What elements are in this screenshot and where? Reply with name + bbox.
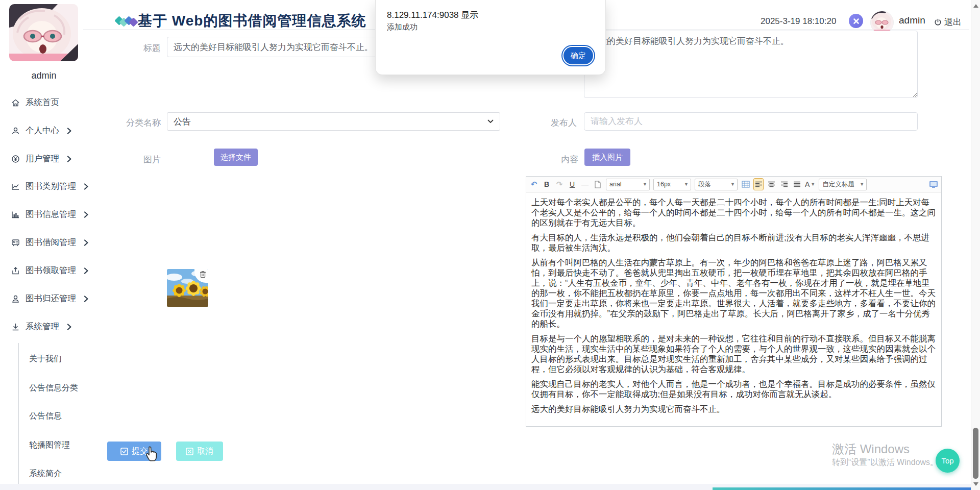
editor-paragraph: 从前有个叫阿巴格的人生活在内蒙古草原上。有一次，年少的阿巴格和爸爸在草原上迷了路… — [531, 257, 936, 329]
sidebar-subitem-carousel[interactable]: 轮播图管理 — [29, 439, 70, 451]
sidebar-item-book-borrow[interactable]: 图书借阅管理 — [11, 236, 88, 249]
choose-file-button[interactable]: 选择文件 — [214, 149, 258, 166]
datetime-text: 2025-3-19 18:10:20 — [761, 16, 836, 27]
title-label: 标题 — [100, 42, 161, 54]
sidebar-item-label: 图书借阅管理 — [26, 237, 76, 248]
underline-button[interactable]: U — [568, 179, 577, 190]
chevron-right-icon — [84, 211, 88, 218]
sidebar-item-system-management[interactable]: 系统管理 — [11, 320, 71, 333]
category-selected-value: 公告 — [174, 116, 191, 128]
sidebar-item-label: 图书信息管理 — [26, 209, 76, 220]
activate-windows-text: 激活 Windows — [832, 441, 910, 457]
category-select[interactable]: 公告 — [167, 112, 500, 131]
custom-heading-select[interactable]: 自定义标题▼ — [819, 179, 867, 190]
chevron-right-icon — [84, 267, 88, 274]
submit-button[interactable]: 提交 — [107, 442, 161, 461]
sidebar-item-book-pickup[interactable]: 图书领取管理 — [11, 264, 88, 277]
logout-button[interactable]: 退出 — [934, 16, 962, 28]
page-scrollbar[interactable] — [971, 0, 980, 490]
page-icon[interactable] — [593, 179, 602, 190]
activate-windows-subtext: 转到“设置”以激活 Windows。 — [832, 457, 938, 468]
page-title: 基于 Web的图书借阅管理信息系统 — [138, 11, 366, 31]
sidebar-subitem-about-us[interactable]: 关于我们 — [29, 353, 62, 365]
chevron-right-icon — [84, 296, 88, 302]
undo-icon[interactable]: ↶ — [529, 179, 538, 190]
scrollbar-thumb[interactable] — [973, 428, 978, 479]
bold-button[interactable]: B — [542, 179, 551, 190]
chevron-right-icon — [67, 128, 71, 134]
bottom-accent-bar — [713, 487, 971, 490]
font-family-select[interactable]: arial▼ — [606, 179, 650, 190]
scrollbar-up-arrow[interactable] — [973, 4, 978, 8]
chevron-down-icon: ▼ — [860, 182, 864, 187]
content-label: 内容 — [517, 154, 578, 165]
trash-icon — [200, 271, 206, 278]
font-size-value: 16px — [657, 181, 671, 188]
sidebar-item-label: 系统首页 — [26, 97, 59, 108]
fullscreen-editor-icon[interactable] — [929, 179, 938, 190]
sidebar-item-label: 图书类别管理 — [26, 181, 76, 192]
id-card-icon — [11, 238, 20, 247]
sidebar-item-personal-center[interactable]: 个人中心 — [11, 124, 71, 137]
cancel-button[interactable]: 取消 — [176, 442, 223, 461]
cancel-label: 取消 — [197, 446, 213, 457]
fullscreen-button[interactable] — [849, 14, 863, 28]
line-chart-icon — [11, 182, 20, 191]
align-center-button[interactable] — [767, 179, 776, 190]
sidebar-item-label: 用户管理 — [26, 153, 59, 164]
share-box-icon — [11, 266, 20, 275]
sidebar-subitem-announcement-info[interactable]: 公告信息 — [29, 410, 62, 422]
sidebar-subitem-system-intro[interactable]: 系统简介 — [29, 468, 62, 480]
sidebar-subitem-announcement-category[interactable]: 公告信息分类 — [29, 382, 78, 394]
align-justify-button[interactable] — [792, 179, 801, 190]
editor-content[interactable]: 上天对每个老实人都是公平的，每个人每一天都是二十四个小时，每个人的所有时间都是一… — [526, 192, 941, 431]
download-icon — [11, 323, 20, 331]
sidebar-item-book-category[interactable]: 图书类别管理 — [11, 180, 88, 193]
alert-source-text: 8.129.11.174:9038 显示 — [387, 9, 478, 21]
font-size-select[interactable]: 16px▼ — [653, 179, 691, 190]
font-color-a: A — [805, 180, 810, 188]
redo-icon[interactable]: ↷ — [555, 179, 564, 190]
scrollbar-down-arrow[interactable] — [973, 482, 978, 486]
editor-paragraph: 目标是与一个人的愿望相联系的，是对未来的一种设想，它往往和目前的行动不直接联系。… — [531, 333, 936, 374]
power-icon — [934, 18, 942, 26]
bar-chart-icon — [11, 210, 20, 219]
custom-heading-value: 自定义标题 — [822, 180, 854, 189]
uploaded-image-thumbnail — [167, 269, 208, 307]
font-color-button[interactable]: A▼ — [805, 179, 815, 190]
submit-label: 提交 — [132, 446, 148, 457]
chevron-right-icon — [84, 183, 88, 190]
alert-message-text: 添加成功 — [387, 22, 418, 32]
sidebar-item-user-management[interactable]: 用户管理 — [11, 152, 71, 165]
publisher-input[interactable] — [584, 112, 918, 131]
header-username: admin — [899, 15, 925, 26]
box-x-icon — [186, 448, 193, 455]
category-label: 分类名称 — [100, 117, 161, 129]
user-icon — [11, 127, 20, 135]
editor-paragraph: 远大的美好目标能吸引人努力为实现它而奋斗不止。 — [531, 404, 936, 414]
paragraph-format-select[interactable]: 段落▼ — [695, 179, 738, 190]
sidebar-item-home[interactable]: 系统首页 — [11, 96, 59, 109]
back-to-top-button[interactable]: Top — [936, 449, 960, 473]
horizontal-rule-button[interactable]: — — [580, 179, 590, 190]
align-left-button[interactable] — [754, 179, 763, 190]
summary-textarea[interactable]: 远大的美好目标能吸引人努力为实现它而奋斗不止。 — [584, 31, 918, 98]
table-icon[interactable] — [741, 179, 750, 190]
app-logo — [116, 15, 139, 28]
publisher-label: 发布人 — [516, 117, 577, 129]
close-x-icon — [853, 18, 860, 24]
insert-image-button[interactable]: 插入图片 — [584, 149, 630, 166]
sidebar-item-label: 系统管理 — [26, 321, 59, 332]
chevron-right-icon — [84, 239, 88, 246]
person-icon — [11, 295, 20, 303]
sidebar-item-book-return[interactable]: 图书归还管理 — [11, 292, 88, 305]
coin-icon — [11, 155, 20, 163]
anime-avatar-image — [9, 4, 78, 61]
sidebar-item-book-info[interactable]: 图书信息管理 — [11, 208, 88, 221]
rich-text-editor: ↶ B ↷ U — arial▼ 16px▼ 段落▼ — [526, 176, 942, 427]
alert-confirm-button[interactable]: 确定 — [564, 47, 593, 64]
chevron-down-icon: ▼ — [811, 182, 815, 187]
align-right-button[interactable] — [779, 179, 789, 190]
sidebar-item-label: 个人中心 — [26, 125, 59, 136]
chevron-down-icon — [487, 119, 494, 124]
